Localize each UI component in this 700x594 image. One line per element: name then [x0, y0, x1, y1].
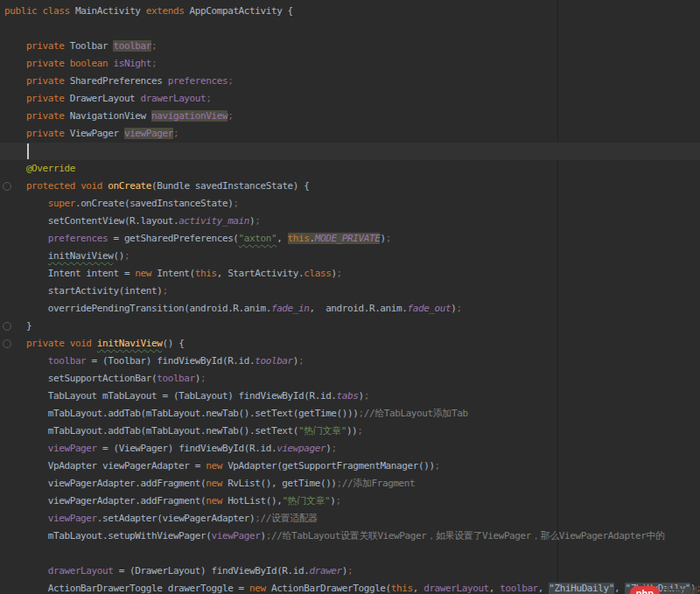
watermark-badge: php [630, 586, 660, 594]
code-line[interactable]: startActivity(intent); [0, 283, 700, 300]
code-line[interactable] [0, 545, 700, 563]
code-line[interactable]: overridePendingTransition(android.R.anim… [0, 300, 700, 318]
code-line[interactable]: private void initNaviView() { [0, 335, 700, 353]
code-line[interactable]: viewPager = (ViewPager) findViewById(R.i… [0, 440, 700, 458]
code-line[interactable]: Intent intent = new Intent(this, StartAc… [0, 265, 700, 283]
code-area[interactable]: public class MainActivity extends AppCom… [0, 0, 700, 594]
code-line[interactable]: mTabLayout.addTab(mTabLayout.newTab().se… [0, 405, 700, 423]
code-line[interactable]: setContentView(R.layout.activity_main); [0, 213, 700, 230]
watermark-text: 中文网 [662, 585, 698, 594]
code-line[interactable]: setSupportActionBar(toolbar); [0, 370, 700, 388]
code-line[interactable]: mTabLayout.addTab(mTabLayout.newTab().se… [0, 423, 700, 440]
code-line[interactable]: toolbar = (Toolbar) findViewById(R.id.to… [0, 353, 700, 370]
code-line[interactable]: viewPager.setAdapter(viewPagerAdapter);/… [0, 510, 700, 528]
code-line[interactable]: public class MainActivity extends AppCom… [0, 3, 700, 20]
code-line[interactable]: private ViewPager viewPager; [0, 125, 700, 143]
code-line[interactable]: private NavigationView navigationView; [0, 108, 700, 125]
watermark-php-logo: php 中文网 [630, 585, 698, 594]
code-line[interactable]: VpAdapter viewPagerAdapter = new VpAdapt… [0, 458, 700, 475]
code-line[interactable]: private boolean isNight; [0, 55, 700, 73]
code-line[interactable] [0, 143, 700, 160]
code-line[interactable]: protected void onCreate(Bundle savedInst… [0, 178, 700, 195]
code-line[interactable]: private SharedPreferences preferences; [0, 73, 700, 90]
code-line[interactable]: TabLayout mTabLayout = (TabLayout) findV… [0, 388, 700, 405]
caret [27, 143, 29, 159]
code-line[interactable]: viewPagerAdapter.addFragment(new HotList… [0, 493, 700, 510]
code-line[interactable]: preferences = getSharedPreferences("axto… [0, 230, 700, 248]
code-line[interactable]: mTabLayout.setupWithViewPager(viewPager)… [0, 528, 700, 545]
code-line[interactable]: private Toolbar toolbar; [0, 38, 700, 55]
code-line[interactable]: viewPagerAdapter.addFragment(new RvList(… [0, 475, 700, 493]
code-line[interactable]: super.onCreate(savedInstanceState); [0, 195, 700, 213]
code-line[interactable] [0, 20, 700, 38]
code-editor[interactable]: public class MainActivity extends AppCom… [0, 0, 700, 594]
code-line[interactable]: initNaviView(); [0, 248, 700, 265]
code-line[interactable]: private DrawerLayout drawerLayout; [0, 90, 700, 108]
code-line[interactable]: ActionBarDrawerToggle drawerToggle = new… [0, 580, 700, 594]
code-line[interactable]: drawerLayout = (DrawerLayout) findViewBy… [0, 563, 700, 580]
code-line[interactable]: @Override [0, 160, 700, 178]
code-line[interactable]: } [0, 318, 700, 335]
